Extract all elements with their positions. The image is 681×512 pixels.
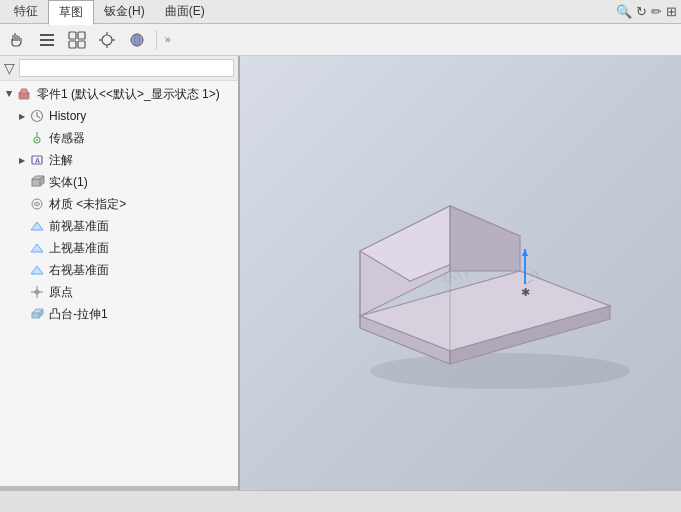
filter-icon: ▽ — [4, 60, 15, 76]
svg-marker-45 — [522, 249, 528, 256]
svg-text:✱: ✱ — [521, 286, 530, 298]
main-layout: ▽ ▶ 零件1 (默认<<默认>_显示状态 1>) ▶ — [0, 56, 681, 490]
vertical-splitter[interactable] — [0, 486, 238, 490]
grid-icon[interactable]: ⊞ — [666, 4, 677, 19]
tree-item-origin[interactable]: ▶ 原点 — [0, 281, 238, 303]
sensor-icon — [28, 129, 46, 147]
feature1-icon — [28, 305, 46, 323]
solid-label: 实体(1) — [49, 174, 88, 191]
rotate-icon[interactable]: ↻ — [636, 4, 647, 19]
history-arrow: ▶ — [16, 110, 28, 122]
tree-root-item[interactable]: ▶ 零件1 (默认<<默认>_显示状态 1>) — [0, 83, 238, 105]
material-label: 材质 <未指定> — [49, 196, 126, 213]
svg-rect-15 — [21, 89, 27, 94]
svg-rect-4 — [78, 32, 85, 39]
svg-marker-26 — [31, 222, 43, 230]
right-plane-icon — [28, 261, 46, 279]
tree-item-material[interactable]: ▶ 材质 <未指定> — [0, 193, 238, 215]
right-plane-label: 右视基准面 — [49, 262, 109, 279]
tree-item-right-plane[interactable]: ▶ 右视基准面 — [0, 259, 238, 281]
menu-bar: 特征 草图 钣金(H) 曲面(E) 🔍 ↻ ✏ ⊞ — [0, 0, 681, 24]
svg-rect-5 — [69, 41, 76, 48]
filter-input[interactable] — [19, 59, 234, 77]
svg-rect-22 — [32, 179, 40, 186]
tree-item-feature1[interactable]: ▶ 凸台-拉伸1 — [0, 303, 238, 325]
tree-item-annotation[interactable]: ▶ A 注解 — [0, 149, 238, 171]
svg-rect-32 — [32, 313, 39, 318]
svg-point-13 — [134, 34, 140, 46]
tree-item-solid[interactable]: ▶ 实体(1) — [0, 171, 238, 193]
list-view-button[interactable] — [34, 27, 60, 53]
top-plane-label: 上视基准面 — [49, 240, 109, 257]
history-label: History — [49, 109, 86, 123]
front-plane-label: 前视基准面 — [49, 218, 109, 235]
svg-rect-0 — [40, 34, 54, 36]
solid-icon — [28, 173, 46, 191]
toolbar-separator — [156, 30, 157, 50]
tree-item-front-plane[interactable]: ▶ 前视基准面 — [0, 215, 238, 237]
annotation-label: 注解 — [49, 152, 73, 169]
root-arrow: ▶ — [4, 88, 16, 100]
edit-icon[interactable]: ✏ — [651, 4, 662, 19]
svg-marker-41 — [450, 206, 520, 271]
svg-point-19 — [36, 139, 38, 141]
display-mode-button[interactable] — [124, 27, 150, 53]
toolbar-more-button[interactable]: » — [163, 34, 173, 45]
svg-rect-2 — [40, 44, 54, 46]
svg-text:A: A — [35, 157, 40, 164]
origin-label: 原点 — [49, 284, 73, 301]
tab-features[interactable]: 特征 — [4, 0, 48, 23]
history-icon — [28, 107, 46, 125]
svg-point-35 — [370, 353, 630, 389]
root-label: 零件1 (默认<<默认>_显示状态 1>) — [37, 86, 220, 103]
tree-item-history[interactable]: ▶ History — [0, 105, 238, 127]
top-plane-icon — [28, 239, 46, 257]
svg-rect-6 — [78, 41, 85, 48]
3d-model: ✱ — [300, 106, 660, 406]
front-plane-icon — [28, 217, 46, 235]
tab-sheetmetal[interactable]: 钣金(H) — [94, 0, 155, 23]
origin-icon — [28, 283, 46, 301]
annotation-icon: A — [28, 151, 46, 169]
filter-bar: ▽ — [0, 56, 238, 81]
tree-item-top-plane[interactable]: ▶ 上视基准面 — [0, 237, 238, 259]
tree-item-sensor[interactable]: ▶ 传感器 — [0, 127, 238, 149]
tab-surface[interactable]: 曲面(E) — [155, 0, 215, 23]
feature-tree: ▶ 零件1 (默认<<默认>_显示状态 1>) ▶ — [0, 81, 238, 486]
svg-point-7 — [102, 35, 112, 45]
part-icon — [16, 85, 34, 103]
hand-tool-button[interactable] — [4, 27, 30, 53]
svg-rect-3 — [69, 32, 76, 39]
feature1-label: 凸台-拉伸1 — [49, 306, 108, 323]
svg-marker-27 — [31, 244, 43, 252]
annotation-arrow: ▶ — [16, 154, 28, 166]
search-icon[interactable]: 🔍 — [616, 4, 632, 19]
svg-rect-1 — [40, 39, 54, 41]
status-bar — [0, 490, 681, 512]
tree-view-button[interactable] — [64, 27, 90, 53]
viewport[interactable]: 软件自学网 www.rjzxw.com — [240, 56, 681, 490]
material-icon — [28, 195, 46, 213]
left-panel: ▽ ▶ 零件1 (默认<<默认>_显示状态 1>) ▶ — [0, 56, 240, 490]
tab-sketch[interactable]: 草图 — [48, 0, 94, 25]
sensor-label: 传感器 — [49, 130, 85, 147]
svg-marker-28 — [31, 266, 43, 274]
crosshair-button[interactable] — [94, 27, 120, 53]
toolbar: » — [0, 24, 681, 56]
